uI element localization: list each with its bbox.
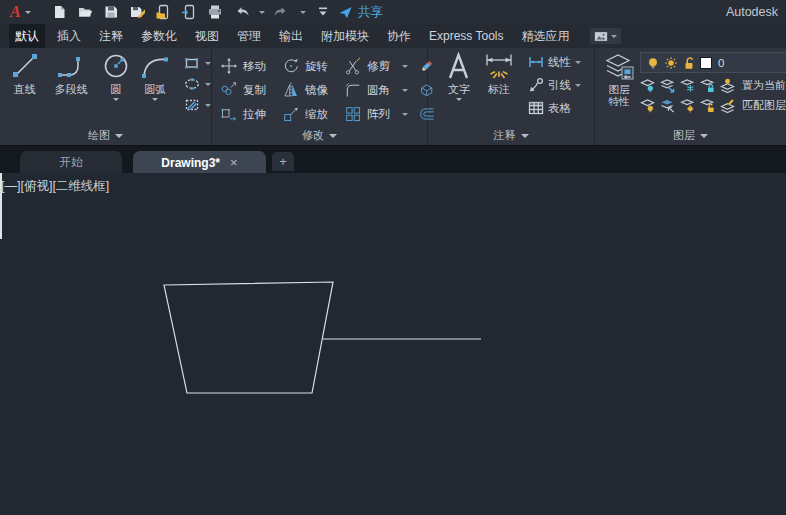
array-button[interactable]: 阵列: [344, 105, 408, 123]
save-as-icon[interactable]: [129, 4, 146, 21]
panel-label-modify[interactable]: 修改: [212, 126, 427, 145]
layer-select-dropdown[interactable]: 0: [640, 52, 786, 73]
autocad-logo: A: [10, 3, 21, 21]
arc-button[interactable]: 圆弧: [134, 48, 176, 113]
app-menu-button[interactable]: A: [6, 1, 35, 23]
dimension-button[interactable]: 标注: [478, 48, 520, 116]
current-layer-name: 0: [718, 57, 724, 69]
ribbon-tab-home[interactable]: 默认: [9, 24, 45, 48]
undo-icon[interactable]: [233, 4, 250, 21]
autocad-window: A 共享 Autodesk 默认 插入 注释 参数化 视图 管理: [0, 0, 786, 515]
layer-match-icon[interactable]: [720, 98, 735, 113]
ribbon-tab-insert[interactable]: 插入: [51, 24, 87, 48]
new-tab-button[interactable]: +: [272, 152, 294, 171]
share-button[interactable]: 共享: [338, 4, 383, 21]
ribbon-tab-annotate[interactable]: 注释: [93, 24, 129, 48]
title-bar: A 共享 Autodesk: [0, 0, 786, 24]
ribbon-tab-collaborate[interactable]: 协作: [381, 24, 417, 48]
ribbon-tab-manage[interactable]: 管理: [231, 24, 267, 48]
chevron-down-icon[interactable]: [113, 98, 119, 104]
hatch-button[interactable]: [184, 97, 211, 113]
scale-button[interactable]: 缩放: [282, 105, 342, 123]
ribbon-tab-express-tools[interactable]: Express Tools: [423, 24, 509, 48]
hatch-icon: [184, 97, 200, 113]
layer-isolate-icon[interactable]: [660, 78, 675, 93]
layer-on-icon[interactable]: [640, 98, 655, 113]
rectangle-button[interactable]: [184, 55, 211, 71]
layer-properties-button[interactable]: 图层特性: [598, 48, 640, 113]
open-icon[interactable]: [77, 4, 94, 21]
ribbon-image-icon: [594, 31, 608, 42]
drawing-canvas[interactable]: [—][俯视][二维线框]: [0, 173, 786, 515]
chevron-down-icon: [402, 113, 408, 119]
trapezoid-shape[interactable]: [164, 282, 333, 393]
text-icon: [444, 51, 474, 81]
new-file-icon[interactable]: [51, 4, 68, 21]
line-icon: [10, 51, 40, 81]
chevron-down-icon: [25, 11, 31, 17]
rotate-button[interactable]: 旋转: [282, 57, 342, 75]
arc-icon: [140, 51, 170, 81]
layer-unisolate-icon[interactable]: [660, 98, 675, 113]
ribbon-tab-output[interactable]: 输出: [273, 24, 309, 48]
chevron-down-icon[interactable]: [152, 98, 158, 104]
layer-color-swatch[interactable]: [700, 57, 712, 69]
layer-unlock-icon[interactable]: [700, 98, 715, 113]
layer-off-icon[interactable]: [640, 78, 655, 93]
fillet-button[interactable]: 圆角: [344, 81, 408, 99]
panel-draw: 直线 多段线 圆 圆弧: [0, 48, 212, 145]
panel-label-annotation[interactable]: 注释: [428, 126, 594, 145]
polyline-button[interactable]: 多段线: [46, 48, 97, 113]
chevron-down-icon[interactable]: [456, 98, 462, 104]
scale-icon: [282, 105, 300, 123]
leader-button[interactable]: 引线: [528, 77, 581, 93]
line-button[interactable]: 直线: [4, 48, 46, 113]
save-icon[interactable]: [103, 4, 120, 21]
layer-freeze-icon[interactable]: [680, 78, 695, 93]
ribbon-display-menu[interactable]: [590, 28, 621, 44]
ellipse-button[interactable]: [184, 76, 211, 92]
set-current-label[interactable]: 置为当前: [742, 78, 786, 93]
match-layers-label[interactable]: 匹配图层: [742, 98, 786, 113]
circle-icon: [101, 51, 131, 81]
chevron-down-icon: [521, 134, 529, 142]
stretch-icon: [220, 105, 238, 123]
save-mobile-icon[interactable]: [181, 4, 198, 21]
layer-lock-icon[interactable]: [700, 78, 715, 93]
array-icon: [344, 105, 362, 123]
close-icon[interactable]: ×: [230, 155, 238, 170]
brand-text: Autodesk: [726, 5, 786, 19]
redo-icon[interactable]: [274, 4, 291, 21]
customize-icon[interactable]: [315, 4, 332, 21]
redo-history-chevron[interactable]: [300, 11, 306, 17]
ribbon-tab-featured-apps[interactable]: 精选应用: [515, 24, 575, 48]
open-mobile-icon[interactable]: [155, 4, 172, 21]
undo-history-chevron[interactable]: [259, 11, 265, 17]
bulb-icon[interactable]: [646, 56, 660, 70]
linear-dimension-button[interactable]: 线性: [528, 54, 581, 70]
copy-button[interactable]: 复制: [220, 81, 280, 99]
ribbon-tab-addins[interactable]: 附加模块: [315, 24, 375, 48]
trim-button[interactable]: 修剪: [344, 57, 408, 75]
chevron-down-icon: [205, 62, 211, 68]
chevron-down-icon: [700, 134, 708, 142]
text-button[interactable]: 文字: [440, 48, 478, 116]
panel-layers: 图层特性 0 置: [595, 48, 786, 145]
chevron-down-icon: [611, 35, 617, 41]
move-button[interactable]: 移动: [220, 57, 280, 75]
file-tab-start[interactable]: 开始: [20, 151, 122, 174]
unlock-icon[interactable]: [682, 56, 696, 70]
layer-set-current-icon[interactable]: [720, 78, 735, 93]
ribbon-tab-view[interactable]: 视图: [189, 24, 225, 48]
panel-label-layers[interactable]: 图层: [595, 126, 786, 145]
file-tab-drawing3[interactable]: Drawing3* ×: [133, 151, 266, 174]
plot-icon[interactable]: [207, 4, 224, 21]
ribbon-tab-parametric[interactable]: 参数化: [135, 24, 183, 48]
table-button[interactable]: 表格: [528, 100, 581, 116]
stretch-button[interactable]: 拉伸: [220, 105, 280, 123]
panel-label-draw[interactable]: 绘图: [0, 126, 211, 145]
layer-thaw-icon[interactable]: [680, 98, 695, 113]
circle-button[interactable]: 圆: [97, 48, 135, 113]
sun-icon[interactable]: [664, 56, 678, 70]
mirror-button[interactable]: 镜像: [282, 81, 342, 99]
